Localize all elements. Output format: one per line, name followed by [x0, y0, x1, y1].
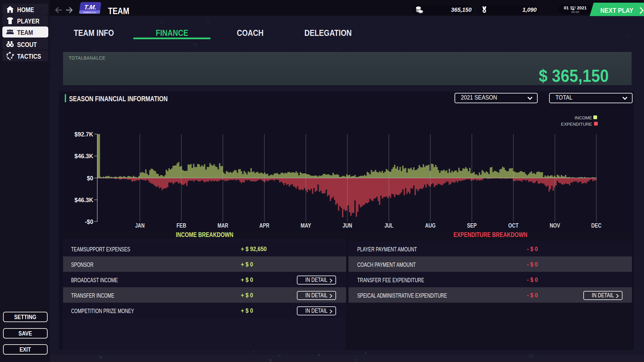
svg-text:JAN: JAN — [135, 222, 145, 229]
svg-text:$92.7K: $92.7K — [74, 131, 93, 138]
svg-text:-$0: -$0 — [85, 219, 93, 225]
svg-text:SEP: SEP — [467, 222, 477, 229]
svg-text:MAR: MAR — [217, 222, 228, 229]
svg-text:DEC: DEC — [591, 222, 602, 229]
svg-text:FEB: FEB — [176, 222, 186, 229]
svg-text:$46.3K: $46.3K — [74, 153, 93, 160]
svg-text:AUG: AUG — [425, 222, 435, 229]
svg-text:$0: $0 — [87, 175, 93, 182]
svg-text:APR: APR — [259, 222, 269, 229]
svg-text:AMERICA: AMERICA — [83, 11, 96, 13]
svg-text:MAY: MAY — [301, 222, 311, 229]
svg-text:EXPENDITURE: EXPENDITURE — [561, 122, 592, 127]
svg-text:OCT: OCT — [508, 222, 519, 229]
svg-text:JUN: JUN — [342, 222, 352, 229]
svg-text:$46.3K: $46.3K — [74, 197, 93, 203]
svg-text:INCOME: INCOME — [575, 115, 592, 120]
svg-text:NOV: NOV — [550, 222, 560, 229]
svg-text:T.M.: T.M. — [84, 4, 97, 11]
svg-text:JUL: JUL — [384, 222, 393, 229]
